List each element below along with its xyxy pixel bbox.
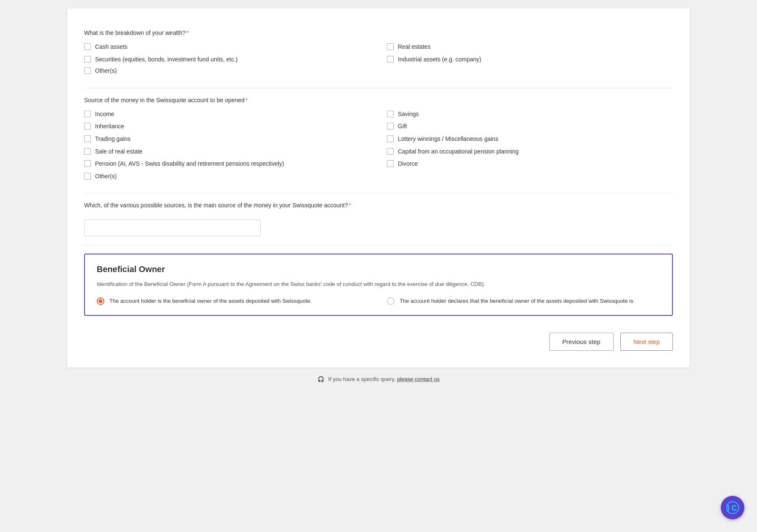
radio-row-holder-is-owner: The account holder is the beneficial own… (97, 297, 370, 305)
wealth-right-col: Real estates Industrial assets (e.g. com… (387, 43, 673, 75)
previous-step-button[interactable]: Previous step (549, 333, 614, 351)
floating-badge[interactable]: I C (721, 496, 744, 519)
checkbox-row-securities: Securities (equities, bonds, investment … (84, 56, 370, 64)
beneficial-owner-radio-grid: The account holder is the beneficial own… (97, 297, 660, 305)
wealth-breakdown-section: What is the breakdown of your wealth?* C… (84, 21, 673, 88)
source-question: Source of the money in the Swissquote ac… (84, 97, 673, 103)
checkbox-inheritance[interactable] (84, 123, 91, 130)
label-real-estates[interactable]: Real estates (398, 43, 431, 51)
label-income[interactable]: Income (95, 110, 114, 119)
badge-icon: I C (726, 501, 739, 514)
checkbox-industrial-assets[interactable] (387, 56, 394, 63)
source-section: Source of the money in the Swissquote ac… (84, 88, 673, 194)
source-left-col: Income Inheritance Trading gains Sale of… (84, 110, 370, 181)
next-step-button[interactable]: Next step (620, 333, 673, 351)
checkbox-row-real-estates: Real estates (387, 43, 673, 51)
radio-row-holder-declares: The account holder declares that the ben… (387, 297, 660, 305)
footer-contact: 🎧 If you have a specific query, please c… (0, 368, 757, 386)
label-others-wealth[interactable]: Other(s) (95, 67, 116, 75)
wealth-left-col: Cash assets Securities (equities, bonds,… (84, 43, 370, 75)
contact-link[interactable]: please contact us (397, 376, 439, 382)
checkbox-real-estates[interactable] (387, 43, 394, 50)
checkbox-others-wealth[interactable] (84, 67, 91, 74)
label-trading-gains[interactable]: Trading gains (95, 135, 130, 143)
label-capital[interactable]: Capital from an occupational pension pla… (398, 148, 519, 156)
checkbox-row-sale-real: Sale of real estate (84, 148, 370, 156)
label-inheritance[interactable]: Inheritance (95, 122, 124, 131)
label-cash-assets[interactable]: Cash assets (95, 43, 127, 51)
label-pension[interactable]: Pension (AI, AVS - Swiss disability and … (95, 160, 284, 168)
label-holder-declares[interactable]: The account holder declares that the ben… (400, 297, 633, 305)
checkbox-row-industrial: Industrial assets (e.g. company) (387, 56, 673, 64)
checkbox-row-gift: Gift (387, 122, 673, 131)
source-question-text: Source of the money in the Swissquote ac… (84, 97, 244, 103)
checkbox-row-others-source: Other(s) (84, 172, 370, 181)
main-source-question: Which, of the various possible sources, … (84, 202, 673, 209)
headphone-icon: 🎧 (318, 376, 324, 382)
checkbox-others-source[interactable] (84, 173, 91, 180)
beneficial-owner-box: Beneficial Owner Identification of the B… (84, 254, 673, 316)
checkbox-row-savings: Savings (387, 110, 673, 119)
source-required-indicator: * (245, 97, 247, 103)
label-sale-real-estate[interactable]: Sale of real estate (95, 148, 143, 156)
wealth-question: What is the breakdown of your wealth?* (84, 29, 673, 36)
checkbox-row-cash: Cash assets (84, 43, 370, 51)
required-indicator: * (186, 29, 188, 36)
beneficial-owner-title: Beneficial Owner (97, 265, 660, 274)
checkbox-capital[interactable] (387, 148, 394, 155)
wealth-checkbox-grid: Cash assets Securities (equities, bonds,… (84, 43, 673, 75)
footer-contact-text: If you have a specific query, (328, 376, 395, 382)
label-savings[interactable]: Savings (398, 110, 419, 119)
main-source-section: Which, of the various possible sources, … (84, 193, 673, 245)
checkbox-trading-gains[interactable] (84, 135, 91, 142)
checkbox-row-others-wealth: Other(s) (84, 67, 370, 75)
label-divorce[interactable]: Divorce (398, 160, 418, 168)
checkbox-row-trading: Trading gains (84, 135, 370, 143)
checkbox-row-income: Income (84, 110, 370, 119)
main-source-required: * (349, 202, 351, 209)
label-industrial-assets[interactable]: Industrial assets (e.g. company) (398, 56, 481, 64)
checkbox-row-inheritance: Inheritance (84, 122, 370, 131)
checkbox-cash-assets[interactable] (84, 43, 91, 50)
label-lottery[interactable]: Lottery winnings / Miscellaneous gains (398, 135, 498, 143)
checkbox-savings[interactable] (387, 111, 394, 117)
source-right-col: Savings Gift Lottery winnings / Miscella… (387, 110, 673, 181)
source-checkbox-grid: Income Inheritance Trading gains Sale of… (84, 110, 673, 181)
checkbox-row-divorce: Divorce (387, 160, 673, 168)
label-securities[interactable]: Securities (equities, bonds, investment … (95, 56, 238, 64)
checkbox-row-lottery: Lottery winnings / Miscellaneous gains (387, 135, 673, 143)
main-source-input[interactable] (84, 220, 261, 236)
checkbox-pension[interactable] (84, 160, 91, 167)
checkbox-row-pension: Pension (AI, AVS - Swiss disability and … (84, 160, 370, 168)
radio-holder-declares[interactable] (387, 297, 394, 305)
checkbox-sale-real-estate[interactable] (84, 148, 91, 155)
main-source-question-text: Which, of the various possible sources, … (84, 202, 348, 209)
label-holder-is-owner[interactable]: The account holder is the beneficial own… (109, 297, 312, 305)
beneficial-owner-description: Identification of the Beneficial Owner (… (97, 280, 660, 288)
label-gift[interactable]: Gift (398, 122, 407, 131)
checkbox-income[interactable] (84, 111, 91, 117)
radio-holder-is-owner[interactable] (97, 297, 104, 305)
svg-text:C: C (731, 504, 737, 512)
checkbox-securities[interactable] (84, 56, 91, 63)
buttons-row: Previous step Next step (84, 324, 673, 355)
wealth-question-text: What is the breakdown of your wealth? (84, 29, 185, 36)
checkbox-lottery[interactable] (387, 135, 394, 142)
checkbox-row-capital: Capital from an occupational pension pla… (387, 148, 673, 156)
checkbox-gift[interactable] (387, 123, 394, 130)
label-others-source[interactable]: Other(s) (95, 172, 116, 181)
checkbox-divorce[interactable] (387, 160, 394, 167)
